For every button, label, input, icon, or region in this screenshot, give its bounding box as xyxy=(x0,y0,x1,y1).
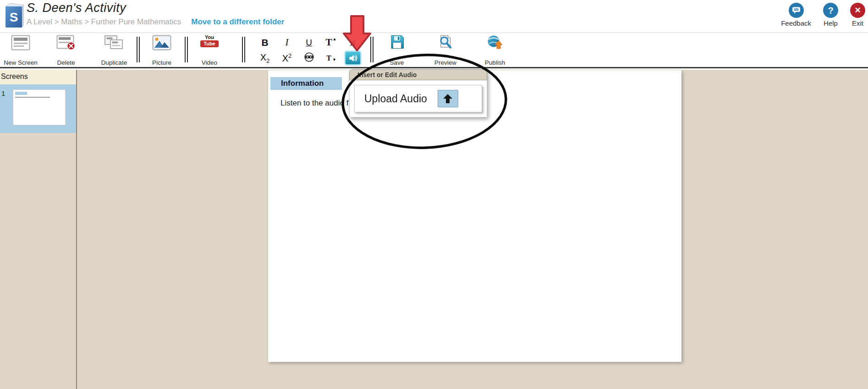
underline-icon: U xyxy=(306,38,312,48)
header-actions: Feedback ? Help ✕ Exit xyxy=(781,3,865,27)
toolbar-separator xyxy=(370,37,374,62)
font-style-icon: T xyxy=(326,54,331,62)
delete-screen-icon xyxy=(56,35,76,52)
delete-button[interactable]: Delete xyxy=(46,35,86,66)
activity-editor: S S. Deen's Activity A Level > Maths > F… xyxy=(0,0,868,389)
new-screen-button[interactable]: New Screen xyxy=(1,35,40,66)
thumbnail-tab-shape xyxy=(15,92,27,95)
popup-body: Upload Audio xyxy=(349,80,487,117)
screens-panel-header: Screens xyxy=(0,70,76,84)
italic-icon: I xyxy=(286,37,289,48)
equation-button[interactable]: π xyxy=(342,35,364,50)
format-toolbar: B I U T ▲ π X2 X2 xyxy=(254,35,364,67)
preview-magnifier-icon xyxy=(438,35,453,52)
exit-label: Exit xyxy=(852,19,863,27)
feedback-button[interactable]: Feedback xyxy=(781,3,811,27)
thumbnail-text-line xyxy=(15,97,50,98)
toolbar-separator xyxy=(185,37,188,62)
header: S S. Deen's Activity A Level > Maths > F… xyxy=(0,0,868,33)
superscript-button[interactable]: X2 xyxy=(276,50,298,66)
duplicate-button[interactable]: Duplicate xyxy=(93,35,136,66)
font-size-up-button[interactable]: T ▲ xyxy=(320,35,342,50)
underline-button[interactable]: U xyxy=(298,35,320,50)
help-label: Help xyxy=(824,19,838,27)
font-style-dropdown-button[interactable]: T ▼ xyxy=(320,50,342,66)
subscript-button[interactable]: X2 xyxy=(254,50,276,66)
bold-button[interactable]: B xyxy=(254,35,276,50)
svg-text:S: S xyxy=(10,10,18,24)
page-title: S. Deen's Activity xyxy=(27,1,284,15)
exit-button[interactable]: ✕ Exit xyxy=(850,3,865,27)
insert-audio-popup: Insert or Edit Audio Upload Audio xyxy=(349,69,487,117)
exit-close-icon: ✕ xyxy=(850,3,865,18)
breadcrumb: A Level > Maths > Further Pure Mathemati… xyxy=(27,17,181,27)
toolbar: New Screen Delete xyxy=(0,33,868,68)
screens-sidebar: Screens 1 xyxy=(0,70,77,389)
screen-number: 1 xyxy=(1,89,5,97)
save-floppy-icon xyxy=(390,35,404,51)
italic-button[interactable]: I xyxy=(276,35,298,50)
app-logo-book-icon: S xyxy=(3,2,24,30)
tab-information[interactable]: Information xyxy=(270,77,342,90)
feedback-speech-bubble-icon xyxy=(789,3,804,18)
help-button[interactable]: ? Help xyxy=(823,3,838,27)
insert-audio-button[interactable] xyxy=(342,50,364,66)
youtube-logo-icon: You Tube xyxy=(200,35,218,47)
screen-item-1-selected[interactable]: 1 xyxy=(0,84,76,133)
youtube-video-button[interactable]: You Tube Video xyxy=(189,35,230,66)
emoticon-smiley-icon xyxy=(304,52,314,64)
superscript-icon: X2 xyxy=(282,52,292,64)
font-size-up-icon: T xyxy=(326,37,332,48)
picture-button[interactable]: Picture xyxy=(142,35,181,66)
equation-pi-icon: π xyxy=(350,37,356,49)
help-question-icon: ? xyxy=(823,3,838,18)
down-triangle-icon: ▼ xyxy=(332,57,336,62)
duplicate-screen-icon xyxy=(104,35,124,52)
upload-audio-button[interactable]: Upload Audio xyxy=(354,85,482,112)
move-folder-link[interactable]: Move to a different folder xyxy=(191,17,284,27)
upload-arrow-icon[interactable] xyxy=(438,90,458,107)
up-triangle-icon: ▲ xyxy=(333,37,337,41)
bold-icon: B xyxy=(261,37,268,48)
screen-thumbnail[interactable] xyxy=(13,89,66,125)
popup-title: Insert or Edit Audio xyxy=(349,69,487,80)
subscript-icon: X2 xyxy=(260,52,270,64)
title-block: S. Deen's Activity A Level > Maths > Fur… xyxy=(27,1,284,27)
publish-globe-icon xyxy=(487,35,503,51)
preview-button[interactable]: Preview xyxy=(423,35,467,66)
toolbar-separator xyxy=(242,37,245,62)
picture-icon xyxy=(152,35,171,52)
save-button[interactable]: Save xyxy=(377,35,417,66)
feedback-label: Feedback xyxy=(781,19,811,27)
publish-button[interactable]: Publish xyxy=(473,35,517,66)
canvas-body-text: Listen to the audio f xyxy=(280,99,348,108)
new-screen-icon xyxy=(11,35,30,52)
speaker-audio-icon xyxy=(345,51,361,65)
toolbar-separator xyxy=(137,37,140,62)
emoticon-button[interactable] xyxy=(298,50,320,66)
upload-audio-label: Upload Audio xyxy=(364,93,427,105)
